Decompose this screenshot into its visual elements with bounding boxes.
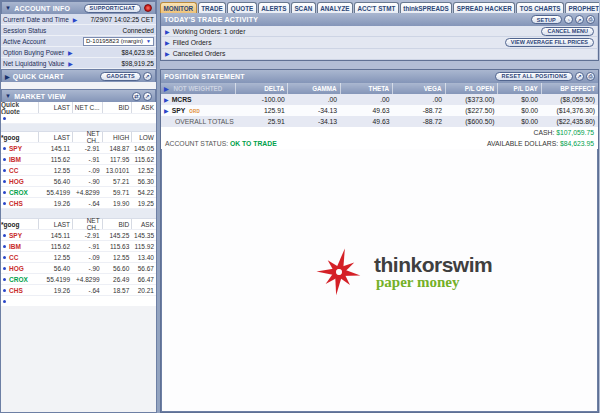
expand-icon[interactable]: ▶ <box>165 28 170 35</box>
col-ask[interactable]: ASK <box>131 102 156 113</box>
expand-icon[interactable]: ▶ <box>68 49 73 56</box>
col-netchg[interactable]: NET CH.. <box>72 132 102 142</box>
expand-icon[interactable]: ▶ <box>164 108 169 114</box>
tab-thinkspreads[interactable]: thinkSPREADS <box>400 2 452 13</box>
main-tab-bar: MONITOR TRADE QUOTE ALERTS SCAN ANALYZE … <box>160 0 599 13</box>
available-dollars-label: AVAILABLE DOLLARS: <box>487 140 558 147</box>
expand-icon[interactable]: ▶ <box>73 16 78 23</box>
quote-row[interactable]: CROX55.4199+4.829926.4966.47 <box>1 274 156 285</box>
detach-icon[interactable]: ↗ <box>575 15 584 24</box>
quote-row[interactable]: CC12.55-.0912.5513.40 <box>1 252 156 263</box>
cancelled-orders-row[interactable]: ▶ Cancelled Orders <box>161 49 598 60</box>
tab-acct-stmt[interactable]: ACC'T STMT <box>354 2 399 13</box>
quick-quote-title: Quick Quote <box>1 102 38 115</box>
tab-analyze[interactable]: ANALYZE <box>317 2 353 13</box>
collapse-triangle-icon[interactable]: ▼ <box>5 93 11 99</box>
blue-dot-icon <box>3 289 6 292</box>
cancel-menu-button[interactable]: CANCEL MENU <box>541 27 594 36</box>
col-pl-day[interactable]: P/L DAY <box>497 83 541 94</box>
col-delta[interactable]: DELTA <box>235 83 287 94</box>
blue-dot-icon <box>3 147 6 150</box>
quote-row[interactable]: CHS19.26-.6419.9019.25 <box>1 198 156 209</box>
col-last[interactable]: LAST <box>38 132 72 142</box>
collapsed-triangle-icon[interactable]: ▶ <box>5 73 10 80</box>
col-bp-effect[interactable]: BP EFFECT <box>541 83 598 94</box>
view-average-fill-prices-button[interactable]: VIEW AVERAGE FILL PRICES <box>505 38 594 47</box>
quick-quote-empty-row[interactable] <box>1 114 156 124</box>
col-high[interactable]: HIGH <box>102 132 132 142</box>
print-icon[interactable]: ⎙ <box>586 15 595 24</box>
trade-activity-section: TODAY'S TRADE ACTIVITY SETUP ◔ ↗ ⎙ ▶ Wor… <box>160 13 599 61</box>
watchlist2-empty-row[interactable] <box>1 296 156 306</box>
watchlist2-name[interactable]: *goog <box>1 221 38 228</box>
quote-row[interactable]: CROX55.4199+4.829959.7154.22 <box>1 187 156 198</box>
tab-tos-charts[interactable]: TOS CHARTS <box>516 2 564 13</box>
expand-icon[interactable]: ▶ <box>68 60 73 67</box>
blue-dot-icon <box>3 202 6 205</box>
col-gamma[interactable]: GAMMA <box>288 83 340 94</box>
collapse-triangle-icon[interactable]: ▼ <box>5 5 11 11</box>
quick-chart-header[interactable]: ▶ QUICK CHART GADGETS ↗ <box>1 69 156 82</box>
setup-button[interactable]: SETUP <box>531 15 562 24</box>
col-vega[interactable]: VEGA <box>393 83 445 94</box>
tab-alerts[interactable]: ALERTS <box>258 2 290 13</box>
position-row-mcrs[interactable]: ▶MCRS -100.00.00 .00.00 ($373.00)$0.00 (… <box>161 94 598 105</box>
dropdown-arrow-icon: ▼ <box>146 38 151 44</box>
market-view-title: MARKET VIEW <box>14 93 66 100</box>
left-sidebar: ▼ ACCOUNT INFO SUPPORT/CHAT Current Date… <box>0 0 157 413</box>
tab-spread-hacker[interactable]: SPREAD HACKER <box>453 2 515 13</box>
date-time-label: Current Date and Time <box>3 16 69 23</box>
watchlist1-name[interactable]: *goog <box>1 134 38 141</box>
support-chat-button[interactable]: SUPPORT/CHAT <box>84 4 141 13</box>
tab-prophet[interactable]: PROPHET <box>565 2 599 13</box>
tab-quote[interactable]: QUOTE <box>227 2 256 13</box>
position-row-overall-totals: OVERALL TOTALSORD 25.91-34.13 49.63-88.7… <box>161 116 598 127</box>
col-pl-open[interactable]: P/L OPEN <box>445 83 497 94</box>
row-current-date-time: Current Date and Time ▶ 7/29/07 14:02:25… <box>1 14 156 25</box>
detach-icon[interactable]: ↗ <box>575 72 584 81</box>
quote-row[interactable]: CHS19.26-.6418.5720.21 <box>1 285 156 296</box>
col-theta[interactable]: THETA <box>340 83 392 94</box>
col-low[interactable]: LOW <box>131 132 156 142</box>
col-netchg[interactable]: NET CH.. <box>72 219 102 229</box>
weight-mode-select[interactable]: ▶ NOT WEIGHTED <box>161 83 235 94</box>
swap-icon[interactable]: ⇄ <box>132 92 141 101</box>
detach-icon[interactable]: ↗ <box>143 92 152 101</box>
cancelled-orders-label: Cancelled Orders <box>173 50 226 57</box>
account-info-header[interactable]: ▼ ACCOUNT INFO SUPPORT/CHAT <box>1 1 156 14</box>
tab-monitor[interactable]: MONITOR <box>160 2 197 13</box>
filled-orders-row[interactable]: ▶ Filled Orders VIEW AVERAGE FILL PRICES <box>161 37 598 48</box>
expand-icon[interactable]: ▶ <box>165 39 170 46</box>
market-view-header[interactable]: ▼ MARKET VIEW ⇄ ↗ <box>1 89 156 102</box>
quote-row[interactable]: SPY145.11-2.91148.87145.05 <box>1 143 156 154</box>
account-status-label: ACCOUNT STATUS: <box>165 140 228 147</box>
position-row-spy[interactable]: ▶SPYORD 125.91-34.13 49.63-88.72 ($227.5… <box>161 105 598 116</box>
col-bid[interactable]: BID <box>102 219 132 229</box>
quote-row[interactable]: CC12.55-.0913.010112.52 <box>1 165 156 176</box>
col-bid[interactable]: BID <box>102 102 132 113</box>
expand-icon[interactable]: ▶ <box>164 97 169 103</box>
quote-row[interactable]: HOG56.40-.9056.6056.67 <box>1 263 156 274</box>
quote-row[interactable]: HOG56.40-.9057.2156.30 <box>1 176 156 187</box>
quote-row[interactable]: IBM115.62-.91117.95115.62 <box>1 154 156 165</box>
row-net-liq: Net Liquidating Value ▶ $98,919.25 <box>1 58 156 69</box>
expand-icon[interactable]: ▶ <box>165 50 170 57</box>
col-netchg[interactable]: NET C... <box>72 102 102 113</box>
quote-row[interactable]: IBM115.62-.91115.63115.92 <box>1 241 156 252</box>
active-account-select[interactable]: D-10195823 (margin) ▼ <box>83 37 154 46</box>
quote-row[interactable]: SPY145.11-2.91145.25145.35 <box>1 230 156 241</box>
tab-scan[interactable]: SCAN <box>291 2 316 13</box>
clock-icon[interactable]: ◔ <box>564 15 573 24</box>
netliq-value: $98,919.25 <box>121 60 154 67</box>
detach-icon[interactable]: ↗ <box>143 72 152 81</box>
col-ask[interactable]: ASK <box>131 219 156 229</box>
thinkorswim-logo: thinkorswim paper money <box>312 245 492 299</box>
tab-trade[interactable]: TRADE <box>198 2 227 13</box>
col-last[interactable]: LAST <box>38 219 72 229</box>
reset-all-positions-button[interactable]: RESET ALL POSITIONS <box>495 72 573 81</box>
gadgets-button[interactable]: GADGETS <box>100 72 141 81</box>
position-statement-header: POSITION STATEMENT RESET ALL POSITIONS ↗… <box>161 70 598 83</box>
print-icon[interactable]: ⎙ <box>586 72 595 81</box>
working-orders-row[interactable]: ▶ Working Orders: 1 order CANCEL MENU <box>161 26 598 37</box>
col-last[interactable]: LAST <box>38 102 72 113</box>
